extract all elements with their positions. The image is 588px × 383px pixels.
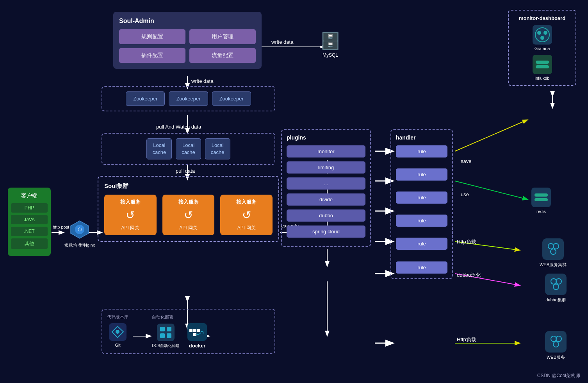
cache-inner: Localcache Localcache Localcache bbox=[102, 133, 275, 165]
docker-label: docker bbox=[189, 343, 206, 349]
dubbo-cluster-label: dubbo集群 bbox=[545, 297, 566, 303]
client-java: JAVA bbox=[11, 215, 48, 224]
rule-1: rule bbox=[396, 145, 447, 157]
deploy-section: 代码版本库 Git 自动化部署 bbox=[102, 309, 275, 354]
write-data-label-1: write data bbox=[191, 78, 213, 84]
deploy-auto: 自动化部署 bbox=[152, 314, 207, 320]
svg-point-57 bbox=[116, 330, 119, 334]
svg-rect-38 bbox=[533, 55, 552, 74]
grafana-node: Grafana bbox=[533, 25, 552, 51]
plugin-dots: ... bbox=[287, 177, 365, 190]
service-columns: 接入服务 ↺ API 网关 接入服务 ↺ API 网关 接入服务 ↺ API 网… bbox=[104, 195, 273, 235]
service-col-2: 接入服务 ↺ API 网关 bbox=[162, 195, 215, 235]
dubbo-generic-label: dubbo泛化 bbox=[457, 272, 481, 279]
git-node: Git bbox=[107, 323, 128, 347]
client-other: 其他 bbox=[11, 238, 48, 249]
plugins-section: plugins monitor limiting ... divide dubb… bbox=[281, 129, 371, 247]
mysql-node: 🗄️ MySQL bbox=[320, 31, 340, 58]
zk-box-2: Zookeeper bbox=[169, 91, 208, 106]
pull-watch-label: pull And Watch data bbox=[156, 124, 201, 130]
svg-rect-66 bbox=[197, 329, 200, 332]
gateway-label-1: API 网关 bbox=[121, 225, 139, 231]
soul-admin-title: Soul-Admin bbox=[119, 18, 256, 25]
service-label-1: 接入服务 bbox=[120, 199, 141, 206]
svg-line-19 bbox=[455, 120, 527, 151]
svg-rect-39 bbox=[536, 61, 549, 64]
plugin-limiting: limiting bbox=[287, 161, 365, 174]
svg-rect-43 bbox=[535, 198, 548, 201]
dcs-node: DCS自动化构建 bbox=[152, 324, 180, 349]
svg-rect-60 bbox=[167, 327, 171, 331]
service-col-1: 接入服务 ↺ API 网关 bbox=[104, 195, 157, 235]
gateway-label-2: API 网关 bbox=[179, 225, 198, 231]
grafana-label: Grafana bbox=[535, 46, 550, 51]
plugin-monitor: monitor bbox=[287, 145, 365, 157]
client-title: 客户端 bbox=[11, 192, 48, 199]
influxdb-label: influxdb bbox=[535, 76, 550, 81]
svg-rect-40 bbox=[536, 65, 549, 68]
svg-rect-64 bbox=[189, 329, 192, 332]
cache-box-1: Localcache bbox=[146, 138, 172, 159]
svg-rect-61 bbox=[160, 333, 165, 338]
web-service-label: WEB服务 bbox=[547, 354, 565, 360]
service-col-3: 接入服务 ↺ API 网关 bbox=[220, 195, 273, 235]
client-box: 客户端 PHP JAVA .NET 其他 bbox=[8, 188, 51, 256]
svg-rect-65 bbox=[193, 329, 196, 332]
plugin-dubbo: dubbo bbox=[287, 209, 365, 222]
rule-2: rule bbox=[396, 168, 447, 181]
zookeeper-container: Zookeeper Zookeeper Zookeeper bbox=[102, 86, 275, 111]
pull-data-label: pull data bbox=[176, 168, 195, 174]
attribution: CSDN @Cool架构师 bbox=[537, 372, 580, 379]
dcs-label: DCS自动化构建 bbox=[152, 343, 180, 349]
save-label: save bbox=[461, 158, 471, 164]
svg-rect-41 bbox=[531, 188, 551, 207]
plugin-divide: divide bbox=[287, 193, 365, 206]
cache-box-3: Localcache bbox=[205, 138, 230, 159]
nginx-node: ⬡ 负载均 衡/Nginx bbox=[64, 219, 95, 248]
deploy-items: DCS自动化构建 docker bbox=[152, 323, 207, 349]
svg-rect-59 bbox=[160, 327, 165, 331]
zk-box-1: Zookeeper bbox=[126, 91, 165, 106]
admin-btn-traffic[interactable]: 流量配置 bbox=[189, 48, 256, 63]
soul-admin-grid: 规则配置 用户管理 插件配置 流量配置 bbox=[119, 29, 256, 63]
plugin-springcloud: spring cloud bbox=[287, 226, 365, 238]
client-php: PHP bbox=[11, 203, 48, 213]
handler-title: handler bbox=[396, 134, 447, 141]
zookeeper-inner: Zookeeper Zookeeper Zookeeper bbox=[102, 86, 275, 111]
service-label-2: 接入服务 bbox=[178, 199, 199, 206]
svg-text:⬡: ⬡ bbox=[78, 227, 82, 232]
soul-admin-box: Soul-Admin 规则配置 用户管理 插件配置 流量配置 bbox=[113, 12, 262, 69]
monitor-dashboard-box: monitor-dashboard Grafana influxdb bbox=[508, 10, 576, 86]
write-data-label-2: write data bbox=[271, 39, 293, 45]
rule-6: rule bbox=[396, 261, 447, 274]
svg-point-37 bbox=[540, 36, 544, 40]
influxdb-node: influxdb bbox=[533, 55, 552, 81]
svg-rect-67 bbox=[193, 333, 196, 336]
nginx-label: 负载均 衡/Nginx bbox=[64, 242, 95, 248]
svg-rect-42 bbox=[535, 193, 548, 197]
svg-rect-58 bbox=[157, 324, 175, 341]
admin-btn-rules[interactable]: 规则配置 bbox=[119, 29, 185, 44]
soul-cluster-title: Soul集群 bbox=[104, 183, 273, 190]
rule-4: rule bbox=[396, 215, 447, 227]
http-load-label-2: Http负载 bbox=[457, 336, 476, 343]
zk-box-3: Zookeeper bbox=[212, 91, 251, 106]
use-label: use bbox=[461, 192, 469, 197]
redis-node: redis bbox=[531, 188, 551, 214]
cache-box-2: Localcache bbox=[176, 138, 201, 159]
git-label: Git bbox=[115, 343, 120, 347]
redis-label: redis bbox=[536, 209, 546, 214]
monitor-title: monitor-dashboard bbox=[519, 15, 565, 21]
deploy-code-repo: 代码版本库 bbox=[107, 314, 128, 320]
svg-point-36 bbox=[543, 31, 547, 35]
rule-5: rule bbox=[396, 238, 447, 250]
rule-3: rule bbox=[396, 192, 447, 204]
plugins-title: plugins bbox=[287, 134, 365, 141]
svg-rect-62 bbox=[167, 333, 171, 338]
docker-node: docker bbox=[187, 323, 207, 349]
http-load-label-1: Http负载 bbox=[457, 238, 476, 245]
admin-btn-plugins[interactable]: 插件配置 bbox=[119, 48, 185, 63]
handler-section: handler rule rule rule rule rule rule bbox=[390, 129, 453, 279]
cache-container: Localcache Localcache Localcache bbox=[102, 133, 275, 165]
admin-btn-users[interactable]: 用户管理 bbox=[189, 29, 256, 44]
